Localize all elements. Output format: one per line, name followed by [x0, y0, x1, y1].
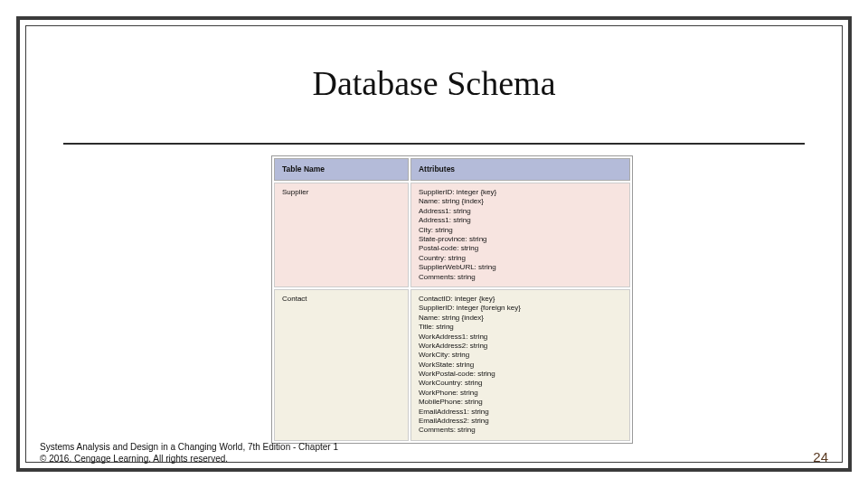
table-row: Supplier SupplierID: integer {key} Name:… — [274, 183, 630, 287]
title-rule — [63, 143, 805, 145]
header-attributes: Attributes — [410, 158, 630, 181]
cell-table-name: Supplier — [274, 183, 409, 287]
header-table-name: Table Name — [274, 158, 409, 181]
footer: Systems Analysis and Design in a Changin… — [40, 441, 338, 465]
schema-table: Table Name Attributes Supplier SupplierI… — [271, 155, 633, 444]
cell-attributes: SupplierID: integer {key} Name: string {… — [410, 183, 630, 287]
slide: Database Schema Table Name Attributes Su… — [0, 0, 868, 488]
page-number: 24 — [813, 449, 828, 465]
cell-table-name: Contact — [274, 289, 409, 441]
slide-title: Database Schema — [0, 63, 868, 103]
footer-line-2: © 2016. Cengage Learning. All rights res… — [40, 453, 338, 465]
table-row: Contact ContactID: integer {key} Supplie… — [274, 289, 630, 441]
table-header-row: Table Name Attributes — [274, 158, 630, 181]
cell-attributes: ContactID: integer {key} SupplierID: int… — [410, 289, 630, 441]
footer-line-1: Systems Analysis and Design in a Changin… — [40, 441, 338, 453]
